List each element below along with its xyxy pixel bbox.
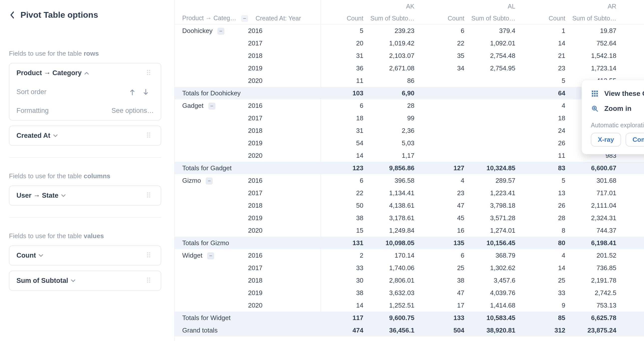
value-cell[interactable]: [623, 262, 644, 274]
value-cell[interactable]: 2,754.95: [471, 62, 522, 74]
table-row[interactable]: 2018504,138.61473,798.18262,111.04: [175, 199, 644, 212]
table-row[interactable]: Gizmo −20166396.584289.575301.68: [175, 174, 644, 187]
xray-chip[interactable]: X-ray: [591, 133, 621, 146]
chevron-down-icon[interactable]: [61, 194, 66, 198]
cols-field-user-state[interactable]: User → State ⠿: [9, 186, 161, 206]
value-cell[interactable]: 28: [370, 99, 421, 112]
totals-cell[interactable]: 6,90: [370, 87, 421, 99]
totals-cell[interactable]: 103: [320, 87, 370, 99]
value-cell[interactable]: [623, 37, 644, 50]
value-cell[interactable]: 1,252.51: [370, 299, 421, 312]
value-cell[interactable]: 30: [320, 274, 370, 286]
value-cell[interactable]: [623, 24, 644, 37]
value-cell[interactable]: [471, 99, 522, 112]
totals-cell[interactable]: 80: [522, 237, 572, 249]
table-row[interactable]: 2019383,178.61453,571.28282,324.31: [175, 212, 644, 224]
value-cell[interactable]: [421, 149, 471, 162]
value-cell[interactable]: [471, 112, 522, 124]
table-row[interactable]: 2018312,36242,043.07: [175, 124, 644, 137]
totals-cell[interactable]: 131: [320, 237, 370, 249]
totals-cell[interactable]: [623, 312, 644, 324]
value-cell[interactable]: 1: [522, 24, 572, 37]
totals-cell[interactable]: [623, 162, 644, 174]
value-cell[interactable]: [623, 286, 644, 299]
totals-cell[interactable]: 9,600.75: [370, 312, 421, 324]
table-row[interactable]: 2019545,03262,445.08: [175, 137, 644, 149]
metric-header[interactable]: Sum of Subto…: [471, 12, 522, 24]
table-row[interactable]: 2017201,019.42221,092.0114752.64: [175, 37, 644, 50]
value-cell[interactable]: 2,806.01: [370, 274, 421, 286]
vals-field-sum-subtotal[interactable]: Sum of Subtotal ⠿: [9, 270, 161, 291]
totals-cell[interactable]: 10,324.85: [471, 162, 522, 174]
row-header-label[interactable]: Product → Categ… −: [175, 12, 248, 24]
value-cell[interactable]: 5: [320, 24, 370, 37]
value-cell[interactable]: 3,457.6: [471, 274, 522, 286]
value-cell[interactable]: 1,17: [370, 149, 421, 162]
totals-cell[interactable]: 6,600.67: [572, 162, 623, 174]
value-cell[interactable]: 14: [320, 149, 370, 162]
totals-cell[interactable]: 123: [320, 162, 370, 174]
value-cell[interactable]: 47: [421, 199, 471, 212]
value-cell[interactable]: [623, 224, 644, 237]
value-cell[interactable]: 4,039.76: [471, 286, 522, 299]
table-row[interactable]: 2017221,134.41231,223.4113717.01: [175, 187, 644, 199]
value-cell[interactable]: 2,742.5: [572, 286, 623, 299]
value-cell[interactable]: 201.52: [572, 249, 623, 262]
value-cell[interactable]: 1,302.62: [471, 262, 522, 274]
value-cell[interactable]: 3,571.28: [471, 212, 522, 224]
metric-header[interactable]: Sum of Subto…: [370, 12, 421, 24]
collapse-all-icon[interactable]: −: [241, 15, 248, 22]
value-cell[interactable]: 1,019.42: [370, 37, 421, 50]
totals-cell[interactable]: 10,098.05: [370, 237, 421, 249]
value-cell[interactable]: [421, 137, 471, 149]
drag-handle-icon[interactable]: ⠿: [146, 252, 154, 260]
value-cell[interactable]: 2,103.07: [370, 50, 421, 62]
metric-header[interactable]: Co…: [623, 12, 644, 24]
table-row[interactable]: Widget −20162170.146368.794201.52: [175, 249, 644, 262]
value-cell[interactable]: 33: [320, 262, 370, 274]
value-cell[interactable]: 33: [522, 286, 572, 299]
value-cell[interactable]: 5,03: [370, 137, 421, 149]
sort-desc-icon[interactable]: [143, 88, 149, 96]
value-cell[interactable]: 1,092.01: [471, 37, 522, 50]
value-cell[interactable]: 19.87: [572, 24, 623, 37]
value-cell[interactable]: 1,134.41: [370, 187, 421, 199]
value-cell[interactable]: [623, 187, 644, 199]
totals-cell[interactable]: 9,856.86: [370, 162, 421, 174]
table-row[interactable]: 2018302,806.01383,457.6252,191.78: [175, 274, 644, 286]
value-cell[interactable]: [623, 199, 644, 212]
value-cell[interactable]: 20: [320, 37, 370, 50]
totals-cell[interactable]: 85: [522, 312, 572, 324]
table-row[interactable]: 2017331,740.06251,302.6214736.85: [175, 262, 644, 274]
value-cell[interactable]: 239.23: [370, 24, 421, 37]
value-cell[interactable]: 379.4: [471, 24, 522, 37]
value-cell[interactable]: 1,414.68: [471, 299, 522, 312]
metric-header[interactable]: Sum of Subto…: [572, 12, 623, 24]
value-cell[interactable]: 1,542.18: [572, 50, 623, 62]
value-cell[interactable]: 170.14: [370, 249, 421, 262]
value-cell[interactable]: [623, 62, 644, 74]
collapse-group-icon[interactable]: −: [218, 28, 224, 35]
value-cell[interactable]: 38: [320, 286, 370, 299]
state-header[interactable]: AR: [522, 0, 623, 12]
table-row[interactable]: 2020141,1711983: [175, 149, 644, 162]
table-row[interactable]: 2019383,632.03474,039.76332,742.5: [175, 286, 644, 299]
grand-totals-cell[interactable]: 23,875.24: [572, 324, 623, 336]
table-row[interactable]: 2017189918997.44: [175, 112, 644, 124]
value-cell[interactable]: 4: [421, 174, 471, 187]
value-cell[interactable]: 36: [320, 62, 370, 74]
value-cell[interactable]: 3,178.61: [370, 212, 421, 224]
value-cell[interactable]: 2: [320, 249, 370, 262]
totals-row[interactable]: Totals for Gadget1239,856.8612710,324.85…: [175, 162, 644, 174]
sort-asc-icon[interactable]: [129, 88, 135, 96]
value-cell[interactable]: 2,36: [370, 124, 421, 137]
drag-handle-icon[interactable]: ⠿: [146, 276, 154, 285]
value-cell[interactable]: 3,798.18: [471, 199, 522, 212]
metric-header[interactable]: Count: [320, 12, 370, 24]
value-cell[interactable]: [471, 124, 522, 137]
totals-cell[interactable]: 64: [522, 87, 572, 99]
value-cell[interactable]: 13: [522, 187, 572, 199]
totals-row[interactable]: Totals for Widget1179,600.7513310,583.45…: [175, 312, 644, 324]
value-cell[interactable]: 22: [421, 37, 471, 50]
state-header[interactable]: AK: [320, 0, 421, 12]
